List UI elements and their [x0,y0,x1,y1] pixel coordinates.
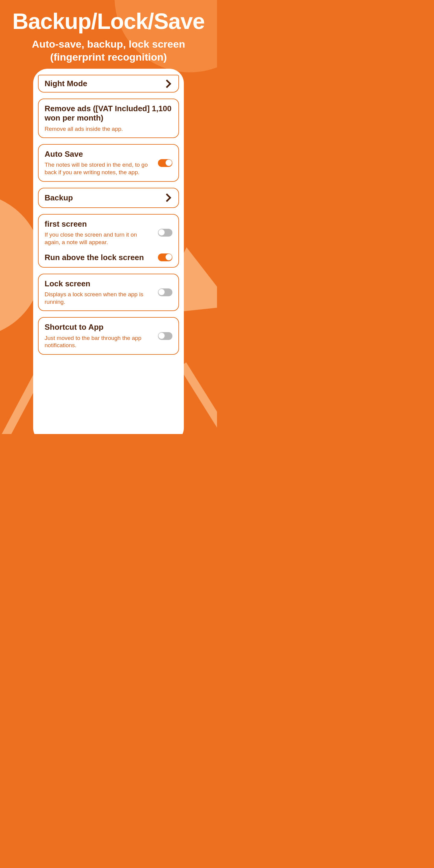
chevron-right-icon [163,193,171,202]
auto-save-toggle[interactable] [158,159,173,167]
shortcut-title: Shortcut to App [44,322,154,332]
toggle-knob-icon [158,289,165,296]
page-subtitle: Auto-save, backup, lock screen (fingerpr… [0,38,217,63]
night-mode-item[interactable]: Night Mode [38,75,179,93]
phone-frame: Night Mode Remove ads ([VAT Included] 1,… [33,69,184,434]
decorative-ray [179,363,217,434]
lock-screen-item: Lock screen Displays a lock screen when … [38,274,179,311]
run-above-lock-title: Run above the lock screen [44,253,154,262]
shortcut-toggle[interactable] [158,332,173,340]
page-title: Backup/Lock/Save [0,8,217,34]
lock-screen-subtitle: Displays a lock screen when the app is r… [44,291,154,306]
subtitle-line2: (fingerprint recognition) [50,51,167,63]
auto-save-title: Auto Save [44,150,154,159]
chevron-right-icon [163,79,171,88]
remove-ads-title: Remove ads ([VAT Included] 1,100 won per… [44,104,173,123]
shortcut-item: Shortcut to App Just moved to the bar th… [38,317,179,355]
toggle-knob-icon [165,159,172,166]
toggle-knob-icon [158,333,165,339]
run-above-lock-toggle[interactable] [158,253,173,261]
night-mode-title: Night Mode [44,79,160,88]
auto-save-subtitle: The notes will be stored in the end, to … [44,161,154,176]
auto-save-item: Auto Save The notes will be stored in th… [38,144,179,182]
first-screen-group: first screen If you close the screen and… [38,214,179,268]
remove-ads-item[interactable]: Remove ads ([VAT Included] 1,100 won per… [38,98,179,138]
header: Backup/Lock/Save Auto-save, backup, lock… [0,0,217,63]
first-screen-subtitle: If you close the screen and turn it on a… [44,231,154,246]
shortcut-subtitle: Just moved to the bar through the app no… [44,335,154,349]
lock-screen-title: Lock screen [44,279,154,288]
remove-ads-subtitle: Remove all ads inside the app. [44,125,173,133]
backup-title: Backup [44,193,160,203]
subtitle-line1: Auto-save, backup, lock screen [32,38,185,50]
toggle-knob-icon [165,254,172,260]
toggle-knob-icon [158,229,165,236]
lock-screen-toggle[interactable] [158,288,173,296]
backup-item[interactable]: Backup [38,188,179,208]
first-screen-title: first screen [44,219,154,229]
first-screen-toggle[interactable] [158,229,173,237]
